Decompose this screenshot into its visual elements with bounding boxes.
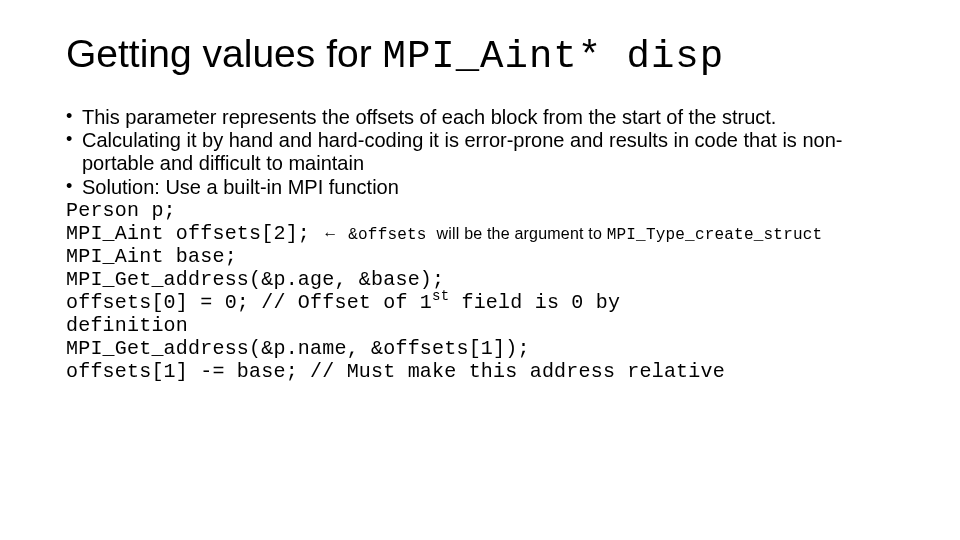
bullet-text: Calculating it by hand and hard-coding i… [82, 129, 900, 175]
code-line: MPI_Get_address(&p.age, &base); [66, 268, 900, 291]
title-code: MPI_Aint* disp [383, 35, 725, 79]
code-note: &offsets [338, 226, 436, 244]
code-line: MPI_Aint base; [66, 245, 900, 268]
code-text: MPI_Aint offsets[2]; [66, 222, 322, 245]
bullet-text: This parameter represents the offsets of… [82, 106, 900, 129]
code-line: offsets[1] -= base; // Must make this ad… [66, 360, 900, 383]
slide: Getting values for MPI_Aint* disp • This… [0, 0, 960, 383]
code-note: MPI_Type_create_struct [607, 226, 823, 244]
bullet-item: • Calculating it by hand and hard-coding… [66, 129, 900, 175]
code-text: offsets[0] = 0; // Offset of 1 [66, 291, 432, 314]
slide-content: • This parameter represents the offsets … [66, 106, 900, 383]
code-line: MPI_Get_address(&p.name, &offsets[1]); [66, 337, 900, 360]
bullet-dot: • [66, 176, 82, 199]
bullet-dot: • [66, 106, 82, 129]
code-note: will be the argument to [436, 225, 606, 242]
bullet-dot: • [66, 129, 82, 175]
code-line: MPI_Aint offsets[2]; ← &offsets will be … [66, 222, 900, 245]
arrow-icon: ← [322, 225, 338, 242]
code-line: definition [66, 314, 900, 337]
slide-title: Getting values for MPI_Aint* disp [66, 34, 900, 78]
title-text: Getting values for [66, 32, 383, 75]
code-text: field is 0 by [449, 291, 620, 314]
bullet-item: • This parameter represents the offsets … [66, 106, 900, 129]
bullet-item: • Solution: Use a built-in MPI function [66, 176, 900, 199]
code-line: Person p; [66, 199, 900, 222]
superscript: st [432, 288, 449, 304]
code-line: offsets[0] = 0; // Offset of 1st field i… [66, 291, 900, 314]
bullet-text: Solution: Use a built-in MPI function [82, 176, 900, 199]
